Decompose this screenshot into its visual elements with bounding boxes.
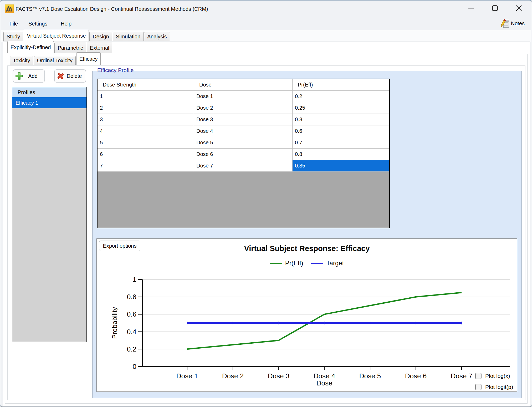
response-type-tab-strip: Explicitly-DefinedParametricExternal (7, 40, 113, 53)
menu-help[interactable]: Help (61, 17, 71, 30)
legend-label-pr-eff: Pr(Eff) (285, 260, 303, 267)
close-button[interactable] (511, 1, 526, 16)
plot-logitp-label: Plot logit(p) (485, 384, 513, 390)
tab-virtual-subject-response[interactable]: Virtual Subject Response (24, 30, 89, 42)
cell-dose-1[interactable]: Dose 1 (194, 91, 293, 102)
cell-dose-7[interactable]: Dose 7 (194, 160, 293, 172)
table-row: 3Dose 30.3 (98, 114, 389, 125)
efficacy-profile-group-label: Efficacy Profile (96, 67, 135, 74)
tab-ordinal-toxicity[interactable]: Ordinal Toxicity (34, 56, 76, 65)
add-button[interactable]: Add (13, 69, 45, 83)
x-tick-label-dose-1: Dose 1 (176, 372, 198, 380)
x-tick-label-dose-7: Dose 7 (451, 372, 472, 380)
tab-parametric[interactable]: Parametric (54, 43, 86, 53)
legend-label-target: Target (326, 260, 344, 267)
plot-logx-label: Plot log(x) (485, 373, 510, 379)
cell-dose-strength-2[interactable]: 2 (98, 102, 194, 114)
cell-pr-eff-7[interactable]: 0.85 (293, 160, 389, 172)
delete-icon (57, 72, 65, 80)
menu-notes[interactable]: Notes (501, 17, 525, 30)
cell-pr-eff-6[interactable]: 0.8 (293, 149, 389, 160)
cell-pr-eff-2[interactable]: 0.25 (293, 102, 389, 114)
y-tick-label-1: 1 (133, 276, 136, 283)
cell-dose-strength-3[interactable]: 3 (98, 114, 194, 125)
tab-design[interactable]: Design (89, 32, 112, 41)
tab-simulation[interactable]: Simulation (113, 32, 144, 41)
series-line-pr-eff (187, 293, 462, 349)
cell-dose-4[interactable]: Dose 4 (194, 125, 293, 137)
plot-logitp-checkbox[interactable] (475, 384, 482, 390)
cell-dose-strength-6[interactable]: 6 (98, 149, 194, 160)
tab-study[interactable]: Study (3, 32, 23, 41)
legend-item-pr-eff: Pr(Eff) (270, 260, 303, 267)
profiles-list: Profiles Efficacy 1 (12, 87, 87, 342)
window-title: FACTS™ v7.1 Dose Escalation Design - Con… (16, 1, 208, 17)
y-tick-label-0.2: 0.2 (127, 345, 136, 353)
column-header-pr-eff: Pr(Eff) (293, 79, 389, 91)
y-tick-label-0.4: 0.4 (127, 328, 136, 336)
menu-settings[interactable]: Settings (28, 17, 47, 30)
table-row: 1Dose 10.2 (98, 91, 389, 102)
facts-application-window: FACTS™ v7.1 Dose Escalation Design - Con… (0, 0, 532, 407)
x-tick-label-dose-4: Dose 4 (314, 372, 335, 380)
cell-pr-eff-3[interactable]: 0.3 (293, 114, 389, 125)
y-tick-label-0: 0 (133, 363, 136, 370)
column-header-dose: Dose (194, 79, 293, 91)
y-tick-label-0.6: 0.6 (127, 310, 136, 318)
menu-file[interactable]: File (9, 17, 18, 30)
cell-dose-5[interactable]: Dose 5 (194, 137, 293, 149)
legend-line-target (311, 263, 323, 264)
cell-dose-strength-5[interactable]: 5 (98, 137, 194, 149)
tab-efficacy[interactable]: Efficacy (76, 52, 101, 65)
menu-bar: File Settings Help Notes (0, 17, 532, 30)
profiles-items: Efficacy 1 (12, 97, 86, 108)
app-icon (5, 4, 14, 13)
tab-explicitly-defined[interactable]: Explicitly-Defined (7, 41, 54, 53)
cell-dose-2[interactable]: Dose 2 (194, 102, 293, 114)
cell-pr-eff-5[interactable]: 0.7 (293, 137, 389, 149)
close-icon (515, 5, 522, 12)
x-tick-label-dose-5: Dose 5 (359, 372, 381, 380)
tab-toxicity[interactable]: Toxicity (10, 56, 33, 65)
cell-dose-strength-4[interactable]: 4 (98, 125, 194, 137)
efficacy-profile-table: Dose StrengthDosePr(Eff)1Dose 10.22Dose … (97, 79, 390, 228)
cell-dose-strength-1[interactable]: 1 (98, 91, 194, 102)
notes-icon (501, 19, 509, 28)
cell-dose-strength-7[interactable]: 7 (98, 160, 194, 172)
tab-analysis[interactable]: Analysis (144, 32, 170, 41)
main-tab-strip: StudyVirtual Subject ResponseDesignSimul… (3, 29, 171, 41)
cell-pr-eff-1[interactable]: 0.2 (293, 91, 389, 102)
add-icon (15, 72, 23, 80)
column-header-dose-strength: Dose Strength (98, 79, 194, 91)
add-button-label: Add (23, 73, 42, 79)
x-tick-label-dose-2: Dose 2 (222, 372, 244, 380)
y-axis-title: Probability (111, 307, 119, 339)
legend-line-pr-eff (270, 263, 282, 264)
chart-legend: Pr(Eff)Target (97, 260, 517, 267)
plot-logx-checkbox[interactable] (475, 373, 482, 379)
legend-item-target: Target (311, 260, 344, 267)
maximize-button[interactable] (487, 1, 503, 16)
x-tick-label-dose-3: Dose 3 (268, 372, 289, 380)
profiles-list-header: Profiles (12, 87, 86, 97)
delete-button[interactable]: Delete (54, 69, 86, 83)
endpoint-tab-strip: ToxicityOrdinal ToxicityEfficacy (10, 52, 101, 65)
cell-dose-3[interactable]: Dose 3 (194, 114, 293, 125)
x-axis-title: Dose (316, 379, 332, 387)
tab-external[interactable]: External (87, 43, 112, 53)
window-frame: FACTS™ v7.1 Dose Escalation Design - Con… (0, 0, 532, 407)
cell-dose-6[interactable]: Dose 6 (194, 149, 293, 160)
profile-item-efficacy-1[interactable]: Efficacy 1 (12, 97, 86, 108)
x-tick-label-dose-6: Dose 6 (405, 372, 427, 380)
chart-title: Virtual Subject Response: Efficacy (97, 244, 517, 253)
cell-pr-eff-4[interactable]: 0.6 (293, 125, 389, 137)
table-header-row: Dose StrengthDosePr(Eff) (98, 79, 389, 91)
plot-logitp-option: Plot logit(p) (475, 384, 513, 390)
plot-logx-option: Plot log(x) (475, 373, 510, 379)
title-bar[interactable]: FACTS™ v7.1 Dose Escalation Design - Con… (0, 1, 532, 17)
minimize-button[interactable] (463, 1, 479, 16)
maximize-icon (492, 5, 498, 11)
notes-label: Notes (511, 21, 525, 27)
table-row: 4Dose 40.6 (98, 125, 389, 137)
minimize-icon (468, 5, 474, 11)
